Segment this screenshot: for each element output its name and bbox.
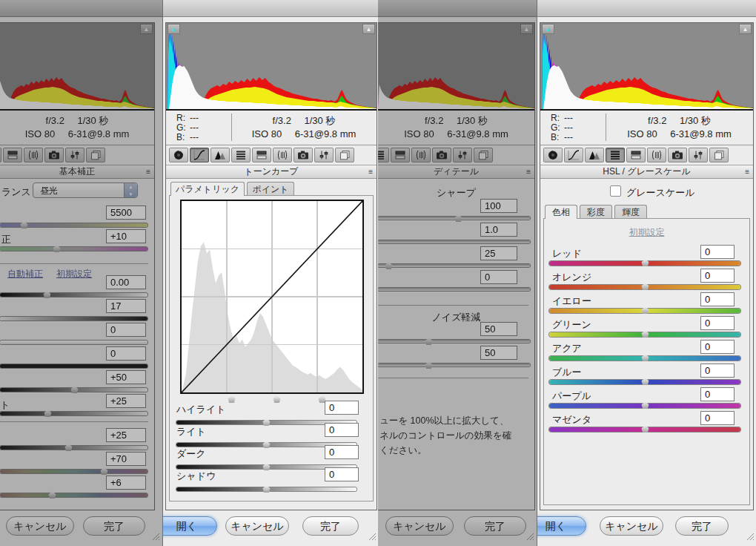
fill-light-input[interactable]	[106, 323, 146, 337]
tab-camera-calibration[interactable]	[44, 148, 64, 162]
resize-grip[interactable]	[152, 530, 160, 544]
window-titlebar[interactable]	[0, 0, 162, 17]
tab-point[interactable]: ポイント	[247, 182, 294, 195]
panel-menu-icon[interactable]: ≡	[526, 165, 531, 178]
magenta-input[interactable]	[700, 411, 735, 425]
window-titlebar[interactable]	[378, 0, 537, 17]
sharpen-detail-slider[interactable]	[378, 264, 530, 267]
panel-menu-icon[interactable]: ≡	[146, 165, 150, 178]
tab-camera-calibration[interactable]	[668, 148, 687, 162]
sharpen-masking-slider[interactable]	[378, 288, 530, 291]
tab-split-toning[interactable]	[252, 148, 271, 162]
noise-luminance-input[interactable]	[480, 322, 517, 336]
tab-basic[interactable]	[543, 148, 563, 162]
tab-hue[interactable]: 色相	[545, 205, 577, 219]
purple-input[interactable]	[700, 387, 735, 401]
cancel-button[interactable]: キャンセル	[6, 516, 74, 536]
noise-color-slider[interactable]	[378, 364, 530, 366]
cancel-button[interactable]: キャンセル	[225, 516, 289, 536]
aqua-hue-slider[interactable]	[549, 356, 740, 361]
tab-lens-corrections[interactable]	[24, 148, 43, 162]
sharpen-amount-slider[interactable]	[378, 217, 530, 220]
highlight-clipping-button[interactable]: ▲	[140, 24, 153, 34]
temperature-slider[interactable]	[0, 223, 147, 227]
orange-input[interactable]	[700, 269, 735, 283]
shadow-clipping-button[interactable]: ▲	[168, 24, 180, 34]
open-button[interactable]: 開く	[537, 516, 586, 536]
resize-grip[interactable]	[746, 530, 755, 544]
resize-grip[interactable]	[526, 530, 534, 544]
window-titlebar[interactable]	[163, 0, 379, 17]
tab-split-toning[interactable]	[3, 148, 22, 162]
blacks-input[interactable]	[106, 346, 146, 361]
orange-hue-slider[interactable]	[549, 285, 740, 289]
blue-input[interactable]	[700, 364, 735, 378]
saturation-input[interactable]	[106, 476, 146, 490]
cancel-button[interactable]: キャンセル	[385, 516, 454, 536]
done-button[interactable]: 完了	[464, 516, 526, 536]
temperature-input[interactable]	[106, 205, 146, 220]
sharpen-amount-input[interactable]	[480, 199, 517, 213]
exposure-input[interactable]	[106, 275, 146, 289]
highlight-clipping-button[interactable]: ▲	[362, 24, 375, 34]
tab-presets[interactable]	[314, 148, 334, 162]
cancel-button[interactable]: キャンセル	[600, 516, 663, 536]
tab-camera-calibration[interactable]	[294, 148, 313, 162]
brightness-slider[interactable]	[0, 388, 147, 392]
yellow-hue-slider[interactable]	[549, 309, 740, 313]
tab-tone-curve[interactable]	[564, 148, 583, 162]
tab-lens-corrections[interactable]	[647, 148, 666, 162]
aqua-input[interactable]	[700, 340, 735, 354]
tab-snapshots[interactable]	[709, 148, 729, 162]
brightness-input[interactable]	[106, 370, 146, 384]
tab-presets[interactable]	[453, 148, 472, 162]
done-button[interactable]: 完了	[83, 516, 145, 536]
fill-light-slider[interactable]	[0, 341, 147, 344]
open-button[interactable]: 開く	[162, 516, 217, 536]
sharpen-masking-input[interactable]	[480, 270, 517, 284]
resize-grip[interactable]	[368, 530, 377, 544]
window-titlebar[interactable]	[537, 0, 756, 17]
tab-hsl-grayscale[interactable]	[0, 148, 1, 162]
tab-presets[interactable]	[689, 148, 708, 162]
sharpen-radius-slider[interactable]	[378, 240, 530, 243]
tab-snapshots[interactable]	[474, 148, 493, 162]
green-input[interactable]	[700, 316, 735, 330]
auto-correct-link[interactable]: 自動補正	[7, 268, 43, 280]
tab-snapshots[interactable]	[335, 148, 354, 162]
red-hue-slider[interactable]	[549, 261, 740, 266]
green-hue-slider[interactable]	[549, 332, 740, 337]
done-button[interactable]: 完了	[302, 516, 359, 536]
tint-slider[interactable]	[0, 247, 147, 251]
vibrance-input[interactable]	[106, 452, 146, 466]
white-balance-dropdown[interactable]: 昼光 ▲▼	[33, 182, 138, 198]
blue-hue-slider[interactable]	[549, 380, 740, 384]
blacks-slider[interactable]	[0, 364, 147, 368]
sharpen-detail-input[interactable]	[480, 246, 517, 260]
tab-lens-corrections[interactable]	[411, 148, 431, 162]
tab-detail[interactable]	[210, 148, 230, 162]
tab-snapshots[interactable]	[86, 148, 105, 162]
tab-saturation[interactable]: 彩度	[580, 205, 612, 218]
clarity-slider[interactable]	[0, 446, 147, 450]
sharpen-radius-input[interactable]	[480, 223, 517, 237]
tint-input[interactable]	[106, 229, 146, 243]
done-button[interactable]: 完了	[675, 516, 729, 536]
magenta-hue-slider[interactable]	[549, 427, 740, 432]
highlight-clipping-button[interactable]: ▲	[520, 24, 533, 34]
recovery-input[interactable]	[106, 299, 146, 313]
tab-hsl-grayscale[interactable]	[606, 148, 625, 162]
noise-color-input[interactable]	[480, 346, 517, 360]
tab-presets[interactable]	[65, 148, 84, 162]
saturation-slider[interactable]	[0, 493, 147, 497]
purple-hue-slider[interactable]	[549, 404, 740, 408]
red-input[interactable]	[700, 245, 735, 259]
tab-hsl-grayscale[interactable]	[378, 148, 389, 162]
tab-detail[interactable]	[585, 148, 604, 162]
noise-luminance-slider[interactable]	[378, 340, 530, 343]
panel-menu-icon[interactable]: ≡	[368, 165, 373, 178]
tab-basic[interactable]	[169, 148, 188, 162]
tab-luminance[interactable]: 輝度	[614, 205, 647, 218]
tab-camera-calibration[interactable]	[432, 148, 451, 162]
tab-lens-corrections[interactable]	[273, 148, 292, 162]
